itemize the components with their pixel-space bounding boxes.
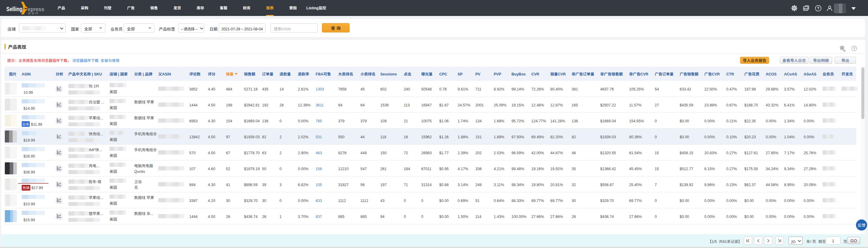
svg-text:?: ?: [817, 5, 819, 11]
svg-text:En: En: [804, 6, 808, 10]
svg-text:?: ?: [853, 46, 855, 50]
